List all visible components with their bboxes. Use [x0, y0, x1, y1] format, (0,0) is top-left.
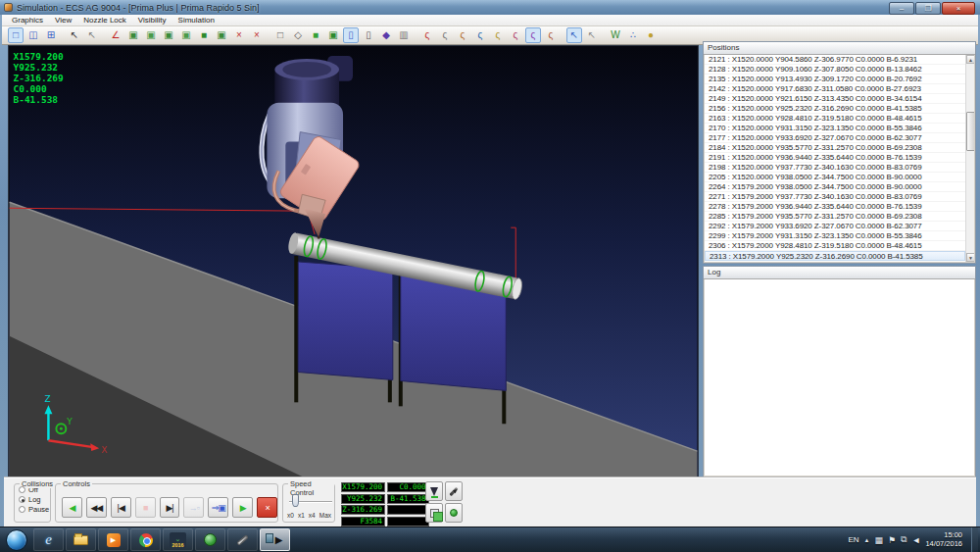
sheets-button[interactable] [425, 503, 443, 523]
toolbar-button[interactable]: ◇ [290, 27, 306, 43]
position-row[interactable]: 2320 : X1579.2000 Y921.6150 Z-313.4350 C… [705, 261, 965, 262]
position-row[interactable]: 2306 : X1579.2000 Y928.4810 Z-319.5180 C… [705, 241, 965, 251]
toolbar-button[interactable]: ▣ [214, 27, 229, 43]
toolbar-button[interactable]: W [608, 27, 623, 43]
speed-slider-thumb[interactable] [292, 494, 299, 507]
position-row[interactable]: 2135 : X1520.0000 Y913.4930 Z-309.1720 C… [705, 75, 965, 84]
toolbar-button[interactable]: ς [419, 27, 435, 43]
toolbar-button[interactable]: ↖ [566, 27, 582, 43]
toolbar-button[interactable]: ς [455, 27, 470, 43]
position-row[interactable]: 2271 : X1579.2000 Y937.7730 Z-340.1630 C… [705, 192, 965, 202]
positions-scrollbar[interactable]: ▲ ▼ [965, 55, 974, 262]
toolbar-button[interactable]: ◫ [25, 27, 41, 43]
toolbar-button[interactable]: ▣ [178, 27, 194, 43]
toolbar-button[interactable]: ↖ [584, 27, 600, 43]
position-row[interactable]: 2156 : X1520.0000 Y925.2320 Z-316.2690 C… [705, 104, 965, 114]
toolbar-button[interactable] [601, 27, 607, 43]
position-row[interactable]: 2142 : X1520.0000 Y917.6830 Z-311.0580 C… [705, 84, 965, 94]
minimize-button[interactable]: – [889, 2, 914, 15]
display-icon[interactable]: ⧉ [901, 534, 906, 545]
playback-button[interactable]: →▫ [183, 497, 204, 518]
toolbar-button[interactable]: □ [272, 27, 288, 43]
toolbar-button[interactable]: ς [508, 27, 523, 43]
positions-list[interactable]: 2121 : X1520.0000 Y904.5860 Z-306.9770 C… [705, 55, 965, 262]
toolbar-button[interactable]: ∠ [108, 27, 123, 43]
toolbar-button[interactable]: ∴ [625, 27, 641, 43]
toolbar-button[interactable]: ■ [308, 27, 323, 43]
taskbar-file-explorer[interactable] [66, 528, 96, 551]
language-indicator[interactable]: EN [848, 535, 858, 544]
position-row[interactable]: 2121 : X1520.0000 Y904.5860 Z-306.9770 C… [705, 55, 965, 65]
close-button[interactable]: × [942, 2, 975, 15]
playback-button[interactable]: ■ [135, 497, 156, 518]
toolbar-button[interactable]: ▣ [143, 27, 159, 43]
toolbar-button[interactable]: ς [490, 27, 506, 43]
position-row[interactable]: 2177 : X1520.0000 Y933.6920 Z-327.0670 C… [705, 133, 965, 143]
action-center-flag-icon[interactable]: ⚑ [888, 535, 896, 545]
network-icon[interactable]: ▦ [875, 535, 884, 545]
taskbar-chrome[interactable] [130, 528, 161, 551]
scroll-down-arrow[interactable]: ▼ [966, 253, 974, 262]
menu-item[interactable]: View [49, 16, 77, 25]
taskbar-internet-explorer[interactable]: e [33, 528, 64, 551]
taskbar-clock[interactable]: 15:00 14/07/2016 [925, 531, 966, 548]
toolbar-button[interactable]: ◆ [378, 27, 394, 43]
toolbar-button[interactable] [413, 27, 418, 43]
position-row[interactable]: 2205 : X1520.0000 Y938.0500 Z-344.7500 C… [705, 173, 965, 182]
position-row[interactable]: 2313 : X1579.2000 Y925.2320 Z-316.2690 C… [705, 251, 965, 261]
playback-button[interactable]: × [257, 497, 277, 518]
volume-icon[interactable]: ◄ [912, 535, 921, 545]
playback-button[interactable]: |◀ [111, 497, 131, 518]
toolbar-button[interactable] [101, 27, 107, 43]
position-row[interactable]: 2149 : X1520.0000 Y921.6150 Z-313.4350 C… [705, 94, 965, 104]
position-row[interactable]: 2278 : X1579.2000 Y936.9440 Z-335.6440 C… [705, 202, 965, 212]
nozzle-view-button[interactable] [425, 481, 443, 501]
menu-item[interactable]: Simulation [172, 16, 220, 25]
taskbar-cad-2016-app[interactable]: ⌄ 2016 [163, 528, 193, 551]
position-row[interactable]: 2292 : X1579.2000 Y933.6920 Z-327.0670 C… [705, 222, 965, 231]
toolbar-button[interactable]: ▣ [325, 27, 341, 43]
toolbar-button[interactable]: ς [543, 27, 559, 43]
start-button[interactable] [6, 529, 27, 551]
toolbar-button[interactable]: ▣ [125, 27, 141, 43]
menu-item[interactable]: Visibility [132, 16, 172, 25]
marker-button[interactable] [445, 503, 463, 523]
menu-item[interactable]: Graphics [6, 16, 49, 25]
toolbar-button[interactable]: × [249, 27, 265, 43]
toolbar-button[interactable] [266, 27, 271, 43]
toolbar-button[interactable]: ■ [196, 27, 212, 43]
hidden-icons-chevron[interactable]: ▲ [864, 537, 870, 543]
taskbar-design-tool[interactable] [227, 528, 258, 551]
menu-item[interactable]: Nozzle Lock [77, 16, 132, 25]
toolbar-button[interactable]: ▯ [343, 27, 359, 43]
maximize-button[interactable]: ❐ [915, 2, 941, 15]
scroll-up-arrow[interactable]: ▲ [966, 55, 974, 64]
position-row[interactable]: 2184 : X1520.0000 Y935.5770 Z-331.2570 C… [705, 143, 965, 153]
playback-button[interactable]: ⇒▣ [208, 497, 228, 518]
toolbar-button[interactable]: ▥ [396, 27, 412, 43]
position-row[interactable]: 2198 : X1520.0000 Y937.7730 Z-340.1630 C… [705, 163, 965, 173]
scroll-thumb[interactable] [966, 112, 974, 151]
show-desktop-button[interactable] [971, 527, 978, 552]
toolbar-button[interactable]: ς [472, 27, 488, 43]
toolbar-button[interactable]: ς [525, 27, 541, 43]
toolbar-button[interactable]: ↖ [67, 27, 82, 43]
collision-mode-radio[interactable]: Log [19, 495, 50, 504]
toolbar-button[interactable] [60, 27, 66, 43]
position-row[interactable]: 2264 : X1579.2000 Y938.0500 Z-344.7500 C… [705, 182, 965, 192]
toolbar-button[interactable]: × [231, 27, 247, 43]
collision-mode-radio[interactable]: Pause [19, 505, 50, 514]
taskbar-ecs-app[interactable] [195, 528, 225, 551]
toolbar-button[interactable]: ● [643, 27, 659, 43]
position-row[interactable]: 2191 : X1520.0000 Y936.9440 Z-335.6440 C… [705, 153, 965, 163]
toolbar-button[interactable]: □ [8, 27, 24, 43]
playback-button[interactable]: ◀◀ [86, 497, 107, 518]
title-bar[interactable]: Simulation - ECS AG 9004 - [Prima Plus |… [0, 0, 980, 15]
position-row[interactable]: 2285 : X1579.2000 Y935.5770 Z-331.2570 C… [705, 212, 965, 222]
toolbar-button[interactable]: ⊞ [43, 27, 59, 43]
simulation-viewport[interactable]: Z X Y X1579.200 Y925.232 Z-316.269 C0.00… [8, 45, 699, 477]
position-row[interactable]: 2299 : X1579.2000 Y931.3150 Z-323.1350 C… [705, 231, 965, 241]
toolbar-button[interactable]: ▯ [361, 27, 376, 43]
playback-button[interactable]: ▶| [160, 497, 180, 518]
position-row[interactable]: 2163 : X1520.0000 Y928.4810 Z-319.5180 C… [705, 114, 965, 124]
